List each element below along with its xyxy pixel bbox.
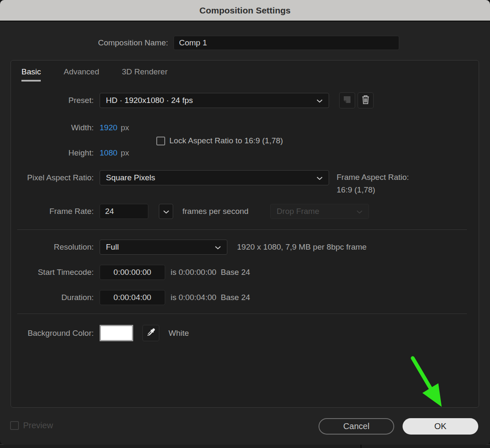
preview-checkbox [10, 421, 19, 430]
tab-advanced[interactable]: Advanced [63, 67, 99, 82]
background-color-row: Background Color: White [11, 325, 189, 341]
composition-name-label: Composition Name: [0, 38, 168, 47]
width-label: Width: [11, 123, 94, 132]
cancel-button[interactable]: Cancel [319, 418, 394, 435]
width-row: Width: 1920 px [11, 122, 129, 134]
chevron-down-icon [356, 207, 363, 216]
tab-bar: Basic Advanced 3D Renderer [21, 67, 168, 82]
preset-row: Preset: HD · 1920x1080 · 24 fps [11, 93, 374, 108]
pixel-aspect-ratio-select[interactable]: Square Pixels [100, 170, 329, 185]
lock-aspect-label: Lock Aspect Ratio to 16:9 (1,78) [169, 136, 283, 145]
eyedropper-icon [146, 328, 155, 339]
trash-icon [361, 95, 370, 106]
chevron-down-icon [215, 242, 221, 252]
width-unit: px [121, 123, 129, 132]
drop-frame-value: Drop Frame [277, 207, 319, 216]
frame-rate-input[interactable] [100, 204, 148, 219]
start-timecode-info: is 0:00:00:00 Base 24 [171, 268, 250, 277]
ok-button[interactable]: OK [403, 418, 478, 435]
tab-basic[interactable]: Basic [21, 67, 41, 82]
screen: Composition Settings Composition Name: B… [0, 0, 490, 448]
frame-rate-suffix: frames per second [182, 207, 248, 216]
frame-rate-label: Frame Rate: [11, 207, 94, 216]
frame-rate-row: Frame Rate: frames per second Drop Frame [11, 204, 369, 219]
new-preset-icon [342, 95, 352, 106]
start-timecode-label: Start Timecode: [11, 268, 94, 277]
start-timecode-row: Start Timecode: is 0:00:00:00 Base 24 [11, 265, 250, 280]
preview-row: Preview [10, 421, 53, 430]
eyedropper-button[interactable] [142, 325, 159, 341]
background-color-swatch[interactable] [100, 325, 133, 341]
width-value[interactable]: 1920 [100, 123, 117, 132]
preset-select[interactable]: HD · 1920x1080 · 24 fps [100, 93, 329, 108]
pixel-aspect-ratio-value: Square Pixels [106, 173, 155, 182]
app-panel-divider [361, 445, 361, 448]
chevron-down-icon [316, 96, 323, 105]
chevron-down-icon [163, 207, 169, 216]
resolution-value: Full [106, 242, 119, 252]
pixel-aspect-ratio-label: Pixel Aspect Ratio: [11, 173, 94, 182]
app-background-strip [0, 444, 490, 448]
frame-rate-dropdown-button[interactable] [159, 204, 173, 219]
height-row: Height: 1080 px [11, 147, 129, 159]
frame-aspect-ratio-value: 16:9 (1,78) [337, 184, 409, 196]
resolution-info: 1920 x 1080, 7,9 MB per 8bpc frame [237, 242, 366, 252]
background-color-name: White [169, 329, 189, 338]
height-label: Height: [11, 148, 94, 158]
preset-delete-button[interactable] [358, 92, 374, 108]
chevron-down-icon [316, 173, 323, 182]
frame-aspect-ratio-block: Frame Aspect Ratio: 16:9 (1,78) [337, 171, 409, 196]
resolution-label: Resolution: [11, 242, 94, 252]
drop-frame-select: Drop Frame [270, 204, 369, 219]
preset-save-button[interactable] [339, 92, 355, 108]
preview-label: Preview [23, 421, 53, 430]
height-unit: px [121, 148, 129, 158]
frame-aspect-ratio-label: Frame Aspect Ratio: [337, 171, 409, 184]
lock-aspect-row: Lock Aspect Ratio to 16:9 (1,78) [156, 136, 283, 145]
window-titlebar[interactable]: Composition Settings [0, 0, 490, 21]
height-value[interactable]: 1080 [100, 148, 117, 158]
resolution-select[interactable]: Full [100, 240, 227, 255]
composition-name-input[interactable] [174, 36, 399, 50]
lock-aspect-checkbox[interactable] [156, 137, 165, 145]
pixel-aspect-ratio-row: Pixel Aspect Ratio: Square Pixels [11, 170, 329, 185]
resolution-row: Resolution: Full 1920 x 1080, 7,9 MB per… [11, 240, 366, 255]
window-title: Composition Settings [200, 5, 291, 16]
duration-row: Duration: is 0:00:04:00 Base 24 [11, 290, 250, 305]
composition-settings-dialog: Composition Settings Composition Name: B… [0, 0, 490, 445]
preset-select-value: HD · 1920x1080 · 24 fps [106, 96, 193, 105]
settings-panel: Basic Advanced 3D Renderer Preset: HD · … [11, 60, 479, 408]
separator [17, 314, 467, 314]
separator [17, 229, 467, 230]
background-color-label: Background Color: [11, 329, 94, 338]
start-timecode-input[interactable] [100, 265, 165, 280]
duration-input[interactable] [100, 290, 165, 305]
duration-info: is 0:00:04:00 Base 24 [171, 293, 250, 302]
tab-3d-renderer[interactable]: 3D Renderer [122, 67, 168, 82]
duration-label: Duration: [11, 293, 94, 302]
preset-label: Preset: [11, 96, 94, 105]
